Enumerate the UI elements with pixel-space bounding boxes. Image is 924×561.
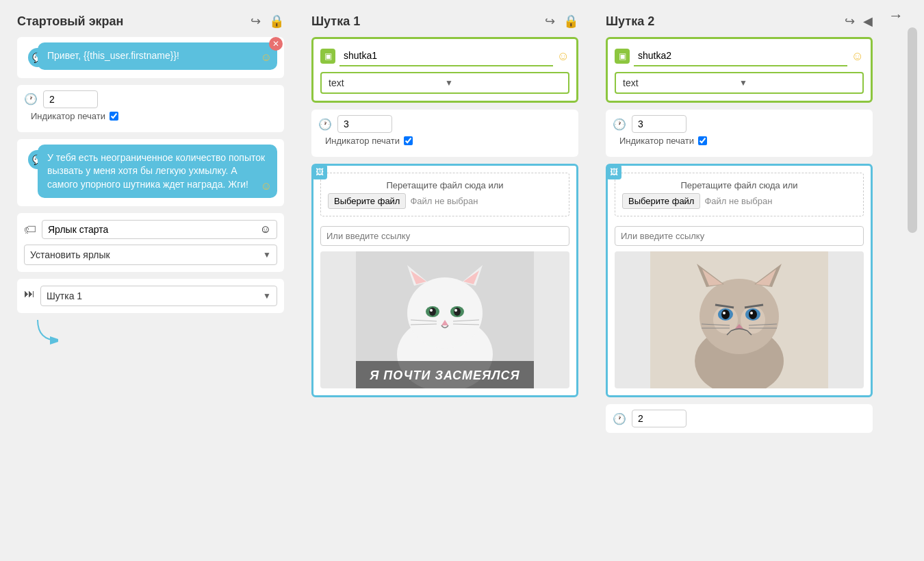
shutka2-delay2-input[interactable] [632,410,686,427]
shutka1-emoji[interactable]: ☺ [557,49,569,64]
start-next-dropdown-label: Шутка 1 [47,290,263,301]
shutka1-card-icon: ▣ [320,49,335,64]
shutka2-typing-checkbox[interactable] [698,136,707,145]
start-next-dropdown-arrow: ▼ [263,291,271,301]
shutka2-column: Шутка 2 ↪ ◀ ▣ ☺ text ▼ 🕐 [595,7,883,554]
shutka2-typing-row: Индикатор печати [613,133,866,151]
shutka2-file-btn[interactable]: Выберите файл [622,193,700,209]
start-share-icon[interactable]: ↪ [251,14,261,29]
start-delay1-block: 🕐 Индикатор печати [17,85,284,132]
shutka2-delay2-row: 🕐 [613,410,866,427]
start-lock-icon[interactable]: 🔒 [269,14,284,29]
shutka1-name-input[interactable] [339,46,553,66]
svg-point-33 [723,312,726,314]
start-next-row: ⏭ Шутка 1 ▼ [24,286,277,306]
start-tag-dropdown[interactable]: Установить ярлык ▼ [24,245,277,265]
start-delay1-row: 🕐 [24,90,277,108]
shutka1-column: Шутка 1 ↪ 🔒 ▣ ☺ text ▼ 🕐 [301,7,589,554]
shutka2-lock-icon[interactable]: ◀ [863,14,873,29]
shutka1-url-input[interactable] [320,226,569,246]
shutka2-file-row: Выберите файл Файл не выбран [622,193,856,209]
shutka2-header-icons: ↪ ◀ [845,14,873,29]
shutka1-header-icons: ↪ 🔒 [545,14,578,29]
shutka2-card-icon: ▣ [615,49,630,64]
shutka2-cat-image [615,251,864,388]
shutka1-title: Шутка 1 [311,14,360,29]
shutka1-type-dropdown[interactable]: text ▼ [320,72,569,94]
shutka2-share-icon[interactable]: ↪ [845,14,855,29]
shutka2-delay-row: 🕐 [613,115,866,133]
start-column: Стартовый экран ↪ 🔒 💬 Привет, {{this_use… [7,7,294,554]
start-bubble1-block: 💬 Привет, {{this_user.firstname}}! ☺ ✕ [17,37,284,78]
shutka1-file-btn[interactable]: Выберите файл [328,193,406,209]
shutka2-type-dropdown[interactable]: text ▼ [615,72,864,94]
start-next-icon: ⏭ [24,288,35,300]
shutka2-url-input[interactable] [615,226,864,246]
svg-point-34 [750,312,753,314]
shutka1-cat-image: Я ПОЧТИ ЗАСМЕЯЛСЯ [320,251,569,388]
start-typing1-checkbox[interactable] [110,112,118,121]
shutka1-card-header: ▣ ☺ [320,46,569,66]
shutka1-drop-area[interactable]: Перетащите файл сюда или Выберите файл Ф… [320,173,569,216]
start-bubble2-emoji[interactable]: ☺ [261,179,272,194]
shutka1-type-label: text [329,77,445,88]
start-tag-dropdown-label: Установить ярлык [30,249,263,260]
shutka1-delay-input[interactable] [337,115,392,133]
start-bubble2-text: У тебя есть неограниченное количество по… [47,152,265,190]
start-bubble1-emoji[interactable]: ☺ [261,50,272,65]
shutka2-header: Шутка 2 ↪ ◀ [606,14,873,29]
svg-point-11 [430,309,433,312]
start-tag-section: 🏷 ☺ Установить ярлык ▼ [17,213,284,272]
start-next-dropdown[interactable]: Шутка 1 ▼ [40,286,277,306]
svg-point-32 [749,310,757,319]
shutka2-image-icon: 🖼 [606,164,621,179]
start-bubble2[interactable]: У тебя есть неограниченное количество по… [38,145,277,199]
shutka1-lock-icon[interactable]: 🔒 [563,14,578,29]
start-header: Стартовый экран ↪ 🔒 [17,14,284,29]
shutka2-drop-area[interactable]: Перетащите файл сюда или Выберите файл Ф… [615,173,864,216]
start-tag-input[interactable] [48,224,260,235]
top-right-arrow-icon[interactable]: → [888,7,903,25]
shutka1-file-label: Файл не выбран [410,196,478,206]
start-tag-icon: 🏷 [24,223,36,237]
svg-point-31 [721,310,730,319]
shutka1-share-icon[interactable]: ↪ [545,14,555,29]
start-bubble1-text: Привет, {{this_user.firstname}}! [47,50,179,61]
shutka1-delay-block: 🕐 Индикатор печати [311,110,578,157]
shutka1-image-block: 🖼 Перетащите файл сюда или Выберите файл… [311,164,578,397]
shutka1-image-icon: 🖼 [312,164,327,179]
shutka2-typing-label: Индикатор печати [619,136,694,146]
shutka1-typing-row: Индикатор печати [318,133,572,151]
shutka2-delay-input[interactable] [632,115,686,133]
shutka2-emoji[interactable]: ☺ [851,49,864,64]
shutka2-type-arrow: ▼ [739,78,856,88]
svg-point-9 [429,308,436,316]
start-tag-input-wrap[interactable]: ☺ [42,220,277,239]
start-delay1-input[interactable] [43,90,98,108]
shutka2-title: Шутка 2 [606,14,654,29]
start-tag-dropdown-arrow: ▼ [263,250,271,260]
shutka1-cat-svg: Я ПОЧТИ ЗАСМЕЯЛСЯ [320,251,569,388]
svg-point-10 [454,308,461,316]
svg-point-22 [700,279,779,354]
start-typing1-label: Индикатор печати [31,111,105,121]
start-tag-emoji[interactable]: ☺ [260,223,271,236]
shutka2-green-card: ▣ ☺ text ▼ [606,37,873,103]
shutka2-name-input[interactable] [634,46,847,66]
start-bubble1[interactable]: Привет, {{this_user.firstname}}! ☺ ✕ [38,42,277,70]
start-bubble1-close[interactable]: ✕ [269,37,283,51]
shutka1-delay-icon: 🕐 [318,118,332,131]
start-bubble1-wrapper: 💬 Привет, {{this_user.firstname}}! ☺ ✕ [38,42,277,70]
shutka1-typing-checkbox[interactable] [404,136,413,145]
shutka2-drop-text: Перетащите файл сюда или [680,180,797,190]
shutka1-header: Шутка 1 ↪ 🔒 [311,14,578,29]
shutka1-file-row: Выберите файл Файл не выбран [328,193,562,209]
svg-point-2 [407,277,483,349]
shutka2-delay-icon: 🕐 [613,118,626,131]
scrollbar[interactable] [908,27,917,233]
start-title: Стартовый экран [17,14,124,29]
shutka1-green-card: ▣ ☺ text ▼ [311,37,578,103]
shutka2-delay-block: 🕐 Индикатор печати [606,110,873,157]
shutka2-delay2-block: 🕐 [606,404,873,433]
start-delay1-icon: 🕐 [24,92,38,105]
